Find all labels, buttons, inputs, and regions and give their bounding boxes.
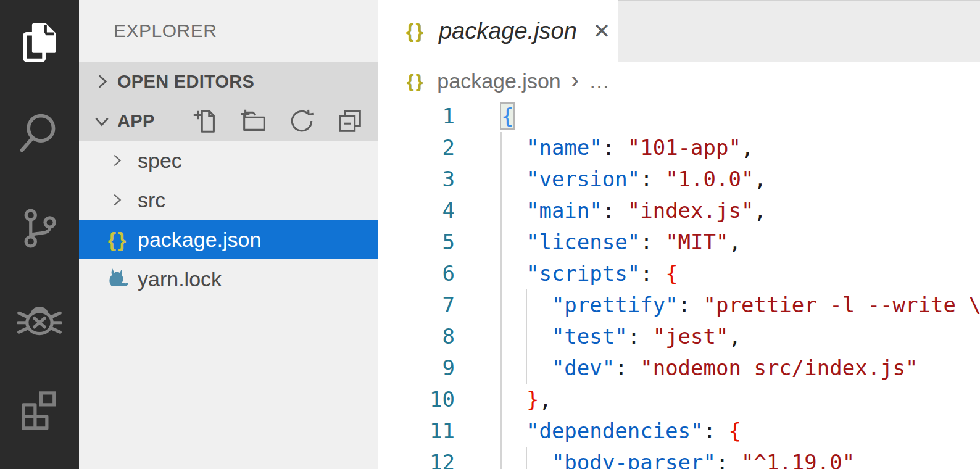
code-text: { <box>501 101 513 132</box>
line-number: 1 <box>378 101 455 132</box>
json-file-icon: {} <box>104 228 132 252</box>
code-text: "body-parser": "^1.19.0" <box>501 447 855 469</box>
files-icon <box>16 19 63 66</box>
tree-item-yarn-lock[interactable]: yarn.lock <box>79 259 378 299</box>
git-branch-icon <box>16 205 63 252</box>
breadcrumb-file[interactable]: package.json <box>437 69 560 93</box>
tree-item-src[interactable]: src <box>79 180 378 220</box>
refresh-icon <box>288 107 316 135</box>
activity-bar <box>0 0 79 469</box>
code-text: "dev": "nodemon src/index.js" <box>501 352 918 384</box>
code-text: }, <box>501 384 552 415</box>
sidebar-title: EXPLORER <box>79 0 378 62</box>
json-file-icon: {} <box>407 71 425 92</box>
code-text: "name": "101-app", <box>501 132 754 164</box>
line-number: 12 <box>378 447 455 469</box>
explorer-sidebar: EXPLORER OPEN EDITORS APP <box>79 0 378 469</box>
line-number: 4 <box>378 195 455 226</box>
code-line[interactable]: 9 "dev": "nodemon src/index.js" <box>378 352 980 384</box>
tab-title: package.json <box>439 18 577 44</box>
activity-debug-button[interactable] <box>0 286 79 354</box>
new-file-icon <box>191 107 220 135</box>
activity-source-control-button[interactable] <box>0 194 79 262</box>
chevron-right-icon: › <box>571 67 579 96</box>
section-open-editors[interactable]: OPEN EDITORS <box>79 62 378 101</box>
code-text: "version": "1.0.0", <box>501 164 766 195</box>
code-text: "dependencies": { <box>501 415 741 447</box>
code-line[interactable]: 11 "dependencies": { <box>378 415 980 447</box>
chevron-right-icon <box>107 151 126 170</box>
activity-explorer-button[interactable] <box>0 9 79 77</box>
bug-icon <box>16 296 63 343</box>
tree-item-spec[interactable]: spec <box>79 141 378 180</box>
code-line[interactable]: 8 "test": "jest", <box>378 321 980 352</box>
code-line[interactable]: 4 "main": "index.js", <box>378 195 980 226</box>
code-line[interactable]: 10 }, <box>378 384 980 415</box>
extensions-icon <box>16 386 63 433</box>
tree-item-package-json[interactable]: {} package.json <box>79 220 378 259</box>
sidebar-sections: OPEN EDITORS APP <box>79 62 378 141</box>
line-number: 2 <box>378 132 455 164</box>
chevron-right-icon <box>107 191 126 209</box>
section-label: OPEN EDITORS <box>117 72 254 92</box>
editor-group: {} package.json ✕ {} package.json › … 1{… <box>378 0 980 469</box>
code-line[interactable]: 12 "body-parser": "^1.19.0" <box>378 447 980 469</box>
breadcrumb-tail[interactable]: … <box>589 69 610 93</box>
line-number: 9 <box>378 352 455 384</box>
collapse-all-button[interactable] <box>336 107 364 135</box>
file-tree: spec src {} package.json yarn.lock <box>79 141 378 299</box>
code-line[interactable]: 2 "name": "101-app", <box>378 132 980 164</box>
section-label: APP <box>117 111 155 131</box>
line-number: 7 <box>378 289 455 321</box>
code-line[interactable]: 3 "version": "1.0.0", <box>378 164 980 195</box>
code-line[interactable]: 5 "license": "MIT", <box>378 226 980 258</box>
line-number: 10 <box>378 384 455 415</box>
code-line[interactable]: 7 "prettify": "prettier -l --write \ <box>378 289 980 321</box>
close-icon[interactable]: ✕ <box>593 20 611 41</box>
tab-package-json[interactable]: {} package.json ✕ <box>378 0 618 62</box>
section-app[interactable]: APP <box>79 101 378 141</box>
line-number: 5 <box>378 226 455 258</box>
search-icon <box>16 109 63 156</box>
code-lines: 1{2 "name": "101-app",3 "version": "1.0.… <box>378 101 980 469</box>
line-number: 3 <box>378 164 455 195</box>
tree-item-label: yarn.lock <box>138 267 222 291</box>
yarn-file-icon <box>104 267 132 291</box>
chevron-right-icon <box>91 71 112 92</box>
breadcrumb: {} package.json › … <box>378 62 980 101</box>
json-file-icon: {} <box>406 20 425 43</box>
chevron-down-icon <box>91 110 112 131</box>
line-number: 8 <box>378 321 455 352</box>
code-text: "test": "jest", <box>501 321 741 352</box>
tab-bar: {} package.json ✕ <box>378 0 980 62</box>
line-number: 11 <box>378 415 455 447</box>
code-line[interactable]: 6 "scripts": { <box>378 258 980 289</box>
code-text: "prettify": "prettier -l --write \ <box>501 289 980 321</box>
tree-item-label: package.json <box>138 228 261 252</box>
activity-search-button[interactable] <box>0 99 79 167</box>
vscode-window: EXPLORER OPEN EDITORS APP <box>0 0 980 469</box>
new-folder-button[interactable] <box>239 107 268 135</box>
tree-item-label: src <box>138 188 165 212</box>
activity-extensions-button[interactable] <box>0 375 79 443</box>
tab-bar-empty-area <box>618 0 980 62</box>
code-text: "main": "index.js", <box>501 195 766 226</box>
code-text: "license": "MIT", <box>501 226 741 258</box>
refresh-button[interactable] <box>288 107 316 135</box>
line-number: 6 <box>378 258 455 289</box>
code-line[interactable]: 1{ <box>378 101 980 132</box>
code-editor[interactable]: 1{2 "name": "101-app",3 "version": "1.0.… <box>378 101 980 469</box>
new-folder-icon <box>239 107 268 135</box>
collapse-all-icon <box>336 107 364 135</box>
code-text: "scripts": { <box>501 258 678 289</box>
section-actions <box>191 107 378 135</box>
new-file-button[interactable] <box>191 107 220 135</box>
tree-item-label: spec <box>138 149 182 173</box>
